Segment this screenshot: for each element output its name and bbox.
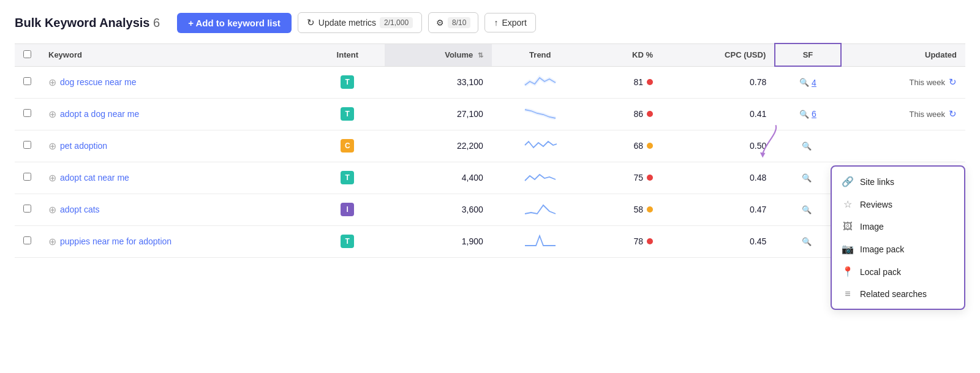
volume-value: 27,100 (457, 109, 483, 119)
row-checkbox[interactable] (23, 173, 31, 181)
cpc-value: 0.45 (750, 236, 766, 246)
sf-popup-item[interactable]: 🖼Image (832, 216, 964, 238)
refresh-icon[interactable]: ↻ (949, 108, 957, 119)
cpc-cell: 0.50 (662, 130, 775, 162)
sf-col-header[interactable]: SF (775, 43, 840, 66)
keyword-text: adopt a dog near me (60, 109, 139, 119)
add-to-keyword-list-button[interactable]: + Add to keyword list (177, 13, 292, 33)
kd-cell: 81 (589, 66, 662, 98)
intent-badge: T (341, 107, 354, 121)
cpc-value: 0.41 (750, 109, 766, 119)
keyword-link[interactable]: ⊕dog rescue near me (48, 77, 301, 88)
updated-cell: This week↻ (841, 66, 965, 98)
sf-popup-item[interactable]: 📷Image pack (832, 238, 964, 260)
plus-circle-icon: ⊕ (48, 108, 56, 120)
sf-value[interactable]: 4 (812, 78, 816, 88)
volume-col-header[interactable]: Volume ⇅ (385, 43, 492, 66)
cpc-col-header: CPC (USD) (662, 43, 775, 66)
trend-sparkline (524, 105, 557, 124)
keyword-link[interactable]: ⊕adopt a dog near me (48, 108, 301, 120)
plus-circle-icon: ⊕ (48, 236, 56, 247)
kd-dot (647, 143, 653, 149)
row-checkbox[interactable] (23, 77, 31, 85)
keyword-col-header: Keyword (40, 43, 310, 66)
sf-popup-item[interactable]: ≡Related searches (832, 283, 964, 305)
keyword-link[interactable]: ⊕puppies near me for adoption (48, 236, 301, 247)
export-button[interactable]: ↑ Export (484, 13, 535, 32)
sf-cell: 🔍6 (775, 98, 840, 130)
row-checkbox-cell[interactable] (15, 98, 40, 130)
row-checkbox[interactable] (23, 236, 31, 244)
trend-cell (492, 130, 589, 162)
cpc-cell: 0.47 (662, 194, 775, 225)
row-checkbox-cell[interactable] (15, 194, 40, 225)
settings-button[interactable]: ⚙ 8/10 (428, 12, 478, 33)
kd-value: 86 (633, 109, 643, 119)
keyword-text: dog rescue near me (60, 77, 137, 87)
cpc-cell: 0.41 (662, 98, 775, 130)
plus-circle-icon: ⊕ (48, 140, 56, 152)
magnifier-icon: 🔍 (799, 78, 809, 87)
update-metrics-button[interactable]: ↻ Update metrics 2/1,000 (298, 12, 422, 33)
row-checkbox-cell[interactable] (15, 162, 40, 194)
row-checkbox[interactable] (23, 205, 31, 213)
refresh-icon: ↻ (307, 17, 315, 28)
kd-cell: 78 (589, 225, 662, 257)
sort-icon: ⇅ (478, 51, 483, 59)
settings-count: 8/10 (448, 17, 470, 28)
refresh-icon[interactable]: ↻ (949, 77, 957, 88)
keyword-link[interactable]: ⊕adopt cat near me (48, 172, 301, 184)
sf-popup-item-label: Related searches (860, 289, 927, 299)
volume-cell: 4,400 (385, 162, 492, 194)
magnifier-icon: 🔍 (802, 173, 812, 183)
kd-value: 75 (633, 173, 643, 183)
updated-text: This week (909, 110, 945, 119)
sf-cell: 🔍 (775, 130, 840, 162)
intent-cell: T (310, 98, 385, 130)
update-label: Update metrics (318, 18, 376, 28)
volume-cell: 22,200 (385, 130, 492, 162)
select-all-checkbox[interactable] (23, 50, 31, 58)
sf-cell: 🔍4 (775, 66, 840, 98)
sf-popup-item-label: Image pack (860, 244, 904, 254)
cpc-value: 0.78 (750, 77, 766, 87)
kd-cell: 75 (589, 162, 662, 194)
kd-value: 58 (633, 205, 643, 214)
trend-col-header: Trend (492, 43, 589, 66)
table-row: ⊕puppies near me for adoptionT1,900780.4… (15, 225, 965, 257)
keyword-text: pet adoption (60, 141, 107, 151)
header: Bulk Keyword Analysis 6 + Add to keyword… (15, 12, 965, 33)
sf-popup-item[interactable]: ☆Reviews (832, 193, 964, 216)
sf-popup-item-icon: 🔗 (842, 176, 854, 187)
intent-badge: C (341, 139, 354, 153)
intent-badge: T (341, 75, 354, 89)
sf-popup-item-icon: 📍 (842, 266, 854, 277)
intent-cell: T (310, 162, 385, 194)
row-checkbox[interactable] (23, 109, 31, 117)
keyword-table: Keyword Intent Volume ⇅ Trend KD % CPC (… (15, 43, 965, 258)
keyword-link[interactable]: ⊕adopt cats (48, 204, 301, 216)
keyword-cell: ⊕adopt cat near me (40, 162, 310, 194)
sf-popup-item-icon: 🖼 (842, 221, 854, 232)
keyword-cell: ⊕dog rescue near me (40, 66, 310, 98)
plus-circle-icon: ⊕ (48, 172, 56, 184)
sf-popup-item[interactable]: 📍Local pack (832, 260, 964, 283)
intent-cell: T (310, 225, 385, 257)
row-checkbox-cell[interactable] (15, 225, 40, 257)
row-checkbox-cell[interactable] (15, 66, 40, 98)
keyword-link[interactable]: ⊕pet adoption (48, 140, 301, 152)
trend-sparkline (524, 200, 557, 219)
table-row: ⊕adopt a dog near meT27,100860.41🔍6This … (15, 98, 965, 130)
intent-badge: I (341, 203, 354, 216)
row-checkbox[interactable] (23, 141, 31, 149)
row-checkbox-cell[interactable] (15, 130, 40, 162)
gear-icon: ⚙ (436, 18, 444, 28)
sf-popup-item-label: Site links (860, 177, 894, 187)
trend-sparkline (524, 73, 557, 92)
sf-value[interactable]: 6 (812, 109, 816, 119)
export-icon: ↑ (494, 18, 498, 28)
select-all-header[interactable] (15, 43, 40, 66)
sf-popup-item-icon: ☆ (842, 198, 854, 210)
trend-cell (492, 66, 589, 98)
sf-popup-item[interactable]: 🔗Site links (832, 170, 964, 193)
